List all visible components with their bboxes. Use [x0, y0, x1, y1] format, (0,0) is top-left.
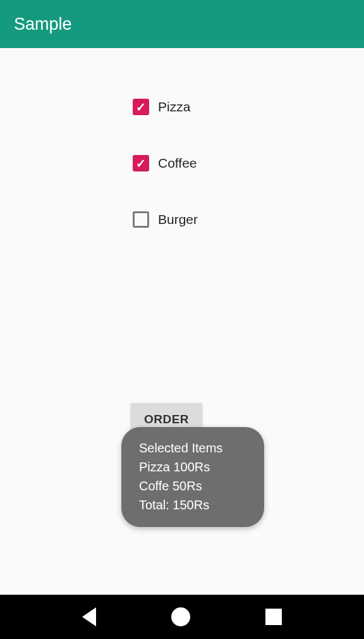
checkbox-label-pizza: Pizza [158, 99, 190, 115]
checkbox-row-pizza[interactable]: ✓ Pizza [133, 99, 364, 115]
checkbox-label-burger: Burger [158, 212, 198, 227]
checkbox-coffee[interactable]: ✓ [133, 155, 149, 171]
toast-message: Selected Items Pizza 100Rs Coffe 50Rs To… [121, 427, 264, 527]
checkbox-row-burger[interactable]: Burger [133, 211, 364, 228]
checkbox-burger[interactable] [133, 211, 149, 228]
recent-icon[interactable] [265, 609, 282, 625]
app-bar: Sample [0, 0, 364, 48]
app-title: Sample [14, 15, 72, 34]
checkbox-pizza[interactable]: ✓ [133, 99, 149, 115]
navigation-bar [0, 595, 364, 639]
home-icon[interactable] [171, 607, 190, 626]
toast-line-3: Coffe 50Rs [139, 476, 249, 495]
checkmark-icon: ✓ [136, 156, 146, 171]
checkbox-row-coffee[interactable]: ✓ Coffee [133, 155, 364, 171]
toast-line-2: Pizza 100Rs [139, 457, 249, 476]
content-area: ✓ Pizza ✓ Coffee Burger [0, 48, 364, 228]
toast-line-1: Selected Items [139, 438, 249, 457]
checkbox-label-coffee: Coffee [158, 156, 197, 171]
toast-line-4: Total: 150Rs [139, 495, 249, 514]
checkmark-icon: ✓ [136, 100, 146, 115]
back-icon[interactable] [82, 607, 96, 626]
